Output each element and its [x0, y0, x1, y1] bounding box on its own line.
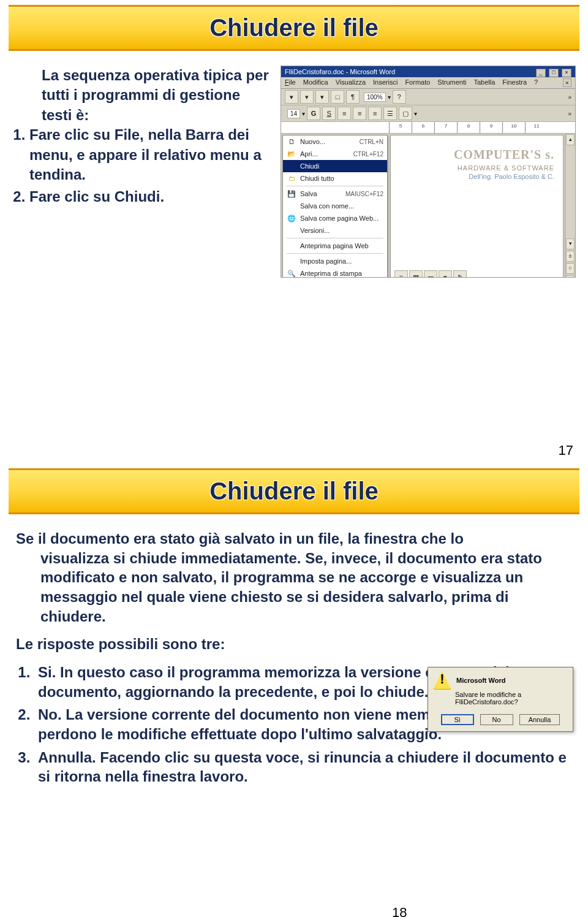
- menu-file[interactable]: File: [285, 78, 296, 87]
- ruler: 5 6 7 8 9 10 11: [281, 122, 575, 134]
- ruler-tick: 9: [480, 122, 502, 133]
- step-1: Fare clic su File, nella Barra dei menu,…: [29, 125, 271, 185]
- window-buttons: _ □ ×: [535, 66, 571, 77]
- list-icon[interactable]: ☰: [383, 107, 397, 120]
- overflow-icon[interactable]: »: [568, 94, 571, 101]
- toolbar-btn[interactable]: □: [331, 90, 344, 104]
- ruler-tick: 10: [502, 122, 525, 133]
- blank-icon: [287, 226, 296, 235]
- alert-annulla-button[interactable]: Annulla: [519, 714, 560, 725]
- alert-message: Salvare le modifiche a FlliDeCristofaro.…: [428, 691, 573, 710]
- menubar: File Modifica Visualizza Inserisci Forma…: [281, 77, 575, 89]
- border-icon[interactable]: ▢: [399, 107, 412, 120]
- menu-salva-nome[interactable]: Salva con nome...: [283, 200, 387, 212]
- new-icon: 🗋: [287, 137, 296, 146]
- step-2: Fare clic su Chiudi.: [29, 187, 271, 207]
- align-center-icon[interactable]: ≡: [353, 107, 366, 120]
- menu-chiudi[interactable]: Chiudi: [283, 160, 387, 172]
- blank-icon: [287, 201, 296, 211]
- alert-buttons: Sì No Annulla: [428, 710, 573, 731]
- browse-object-icon[interactable]: ○: [566, 263, 575, 274]
- toolbar-btn[interactable]: ▾: [315, 90, 329, 104]
- align-left-icon[interactable]: ≡: [337, 107, 351, 120]
- help-icon[interactable]: ?: [393, 90, 406, 104]
- toolbar-btn[interactable]: ▾: [300, 90, 314, 104]
- menu-tabella[interactable]: Tabella: [473, 78, 495, 87]
- toolbar-btn[interactable]: ▾: [439, 270, 452, 278]
- toolbar-btn[interactable]: ▾: [285, 90, 298, 104]
- toolbar-btn[interactable]: ≡: [394, 270, 408, 278]
- alert-si-button[interactable]: Sì: [441, 714, 474, 725]
- blank-icon: [287, 161, 296, 171]
- document-area: COMPUTER'S s. HARDWARE & SOFTWARE Dell'i…: [390, 135, 564, 278]
- folder-icon: 🗀: [287, 173, 296, 183]
- open-icon: 📂: [287, 149, 296, 159]
- ruler-tick: 7: [434, 122, 457, 133]
- save-alert-dialog: ! Microsoft Word Salvare le modifiche a …: [428, 667, 573, 732]
- alert-no-button[interactable]: No: [480, 714, 513, 725]
- toolbar-btn[interactable]: ▭: [424, 270, 437, 278]
- file-dropdown-menu: 🗋Nuovo...CTRL+N 📂Apri...CTRL+F12 Chiudi …: [282, 135, 388, 278]
- answer-annulla: Annulla. Facendo clic su questa voce, si…: [34, 748, 572, 786]
- page-number: 18: [392, 905, 407, 917]
- title-banner: Chiudere il file: [9, 5, 579, 51]
- menu-salva-web[interactable]: 🌐Salva come pagina Web...: [283, 212, 387, 224]
- align-justify-icon[interactable]: ≡: [368, 107, 382, 120]
- scroll-up-icon[interactable]: ▴: [566, 134, 575, 145]
- close-icon[interactable]: ×: [562, 69, 571, 77]
- slide-18: Chiudere il file Se il documento era sta…: [0, 468, 588, 917]
- fontsize-dropdown-icon[interactable]: ▾: [302, 110, 305, 117]
- alert-head: ! Microsoft Word: [428, 668, 573, 691]
- menu-visualizza[interactable]: Visualizza: [336, 78, 366, 87]
- prev-page-icon[interactable]: ±: [566, 251, 575, 262]
- menu-formato[interactable]: Formato: [405, 78, 430, 87]
- underline-button: S: [322, 107, 336, 120]
- toolbar-btn[interactable]: ✎: [453, 270, 467, 278]
- menubar-close-icon[interactable]: ×: [563, 78, 571, 87]
- save-web-icon: 🌐: [287, 213, 296, 223]
- menu-strumenti[interactable]: Strumenti: [437, 78, 466, 87]
- menu-versioni[interactable]: Versioni...: [283, 224, 387, 237]
- vertical-scrollbar[interactable]: ▴ ▾ ± ○ ∓: [565, 134, 575, 278]
- zoom-dropdown-icon[interactable]: ▾: [388, 94, 391, 101]
- slide-17: Chiudere il file La sequenza operativa t…: [0, 5, 588, 463]
- toolbar-row-1: ▾ ▾ ▾ □ ¶ 100% ▾ ? »: [281, 89, 575, 105]
- menu-anteprima-stampa[interactable]: 🔍Anteprima di stampa: [283, 267, 387, 278]
- blank-icon: [287, 241, 296, 251]
- ruler-tick: 8: [457, 122, 480, 133]
- answers-intro: Le risposte possibili sono tre:: [16, 634, 572, 654]
- menu-chiudi-tutto[interactable]: 🗀Chiudi tutto: [283, 172, 387, 185]
- slide-title: Chiudere il file: [9, 478, 579, 505]
- menu-help[interactable]: ?: [534, 78, 538, 87]
- scroll-down-icon[interactable]: ▾: [566, 238, 575, 249]
- dropdown-icon[interactable]: ▾: [414, 110, 417, 117]
- menu-finestra[interactable]: Finestra: [502, 78, 527, 87]
- fontsize-box[interactable]: 14: [287, 109, 300, 118]
- minimize-icon[interactable]: _: [536, 69, 546, 77]
- menu-salva[interactable]: 💾SalvaMAIUSC+F12: [283, 188, 387, 200]
- preview-icon: 🔍: [287, 268, 296, 278]
- next-page-icon[interactable]: ∓: [566, 275, 575, 278]
- maximize-icon[interactable]: □: [549, 69, 559, 77]
- page-number: 17: [559, 443, 573, 458]
- word-titlebar: FlliDeCristofaro.doc - Microsoft Word _ …: [281, 66, 575, 77]
- slide2-body: Se il documento era stato già salvato in…: [0, 529, 588, 786]
- menu-modifica[interactable]: Modifica: [303, 78, 328, 87]
- intro-text: La sequenza operativa tipica per tutti i…: [12, 66, 271, 125]
- toolbar-btn[interactable]: ▦: [409, 270, 423, 278]
- save-icon: 💾: [287, 189, 296, 199]
- zoom-box[interactable]: 100%: [364, 93, 386, 102]
- paragraph-icon[interactable]: ¶: [346, 90, 360, 104]
- menu-imposta[interactable]: Imposta pagina...: [283, 255, 387, 267]
- toolbar-row-2: 14 ▾ G S ≡ ≡ ≡ ☰ ▢ ▾ »: [281, 105, 575, 122]
- overflow-icon[interactable]: »: [568, 110, 571, 117]
- menu-inserisci[interactable]: Inserisci: [373, 78, 398, 87]
- menu-nuovo[interactable]: 🗋Nuovo...CTRL+N: [283, 135, 387, 148]
- text-column: La sequenza operativa tipica per tutti i…: [12, 66, 271, 278]
- menu-anteprima-web[interactable]: Anteprima pagina Web: [283, 240, 387, 252]
- menu-separator: [287, 186, 383, 186]
- menu-apri[interactable]: 📂Apri...CTRL+F12: [283, 148, 387, 160]
- titlebar-text: FlliDeCristofaro.doc - Microsoft Word: [285, 66, 395, 77]
- ruler-tick: 5: [389, 122, 412, 133]
- mini-toolbar: ≡ ▦ ▭ ▾ ✎: [394, 270, 467, 278]
